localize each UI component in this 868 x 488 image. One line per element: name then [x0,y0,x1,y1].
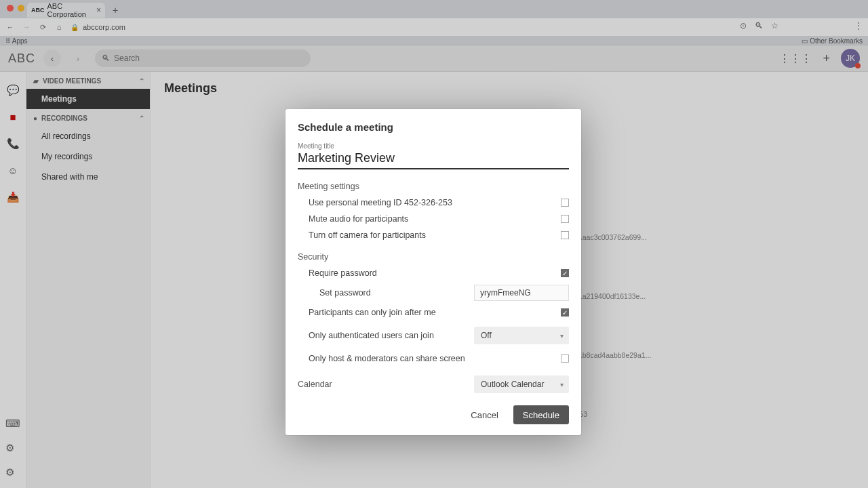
option-turn-off-camera[interactable]: Turn off camera for participants [298,230,569,240]
option-set-password: Set password [298,285,569,301]
option-label: Mute audio for participants [309,214,561,224]
meeting-title-label: Meeting title [298,142,569,150]
schedule-meeting-modal: Schedule a meeting Meeting title Meeting… [285,109,581,435]
calendar-select[interactable]: Outlook Calendar [474,375,569,393]
authenticated-users-select[interactable]: Off [474,327,569,344]
option-label: Participants can only join after me [309,308,561,317]
checkbox[interactable] [561,231,569,239]
checkbox[interactable] [561,215,569,223]
calendar-row: Calendar Outlook Calendar [298,375,569,393]
settings-header: Meeting settings [298,182,569,191]
checkbox[interactable]: ✓ [561,308,569,317]
option-personal-meeting-id[interactable]: Use personal meeting ID 452-326-253 [298,198,569,207]
option-require-password[interactable]: Require password ✓ [298,268,569,278]
cancel-button[interactable]: Cancel [461,405,507,424]
security-header: Security [298,252,569,262]
option-label: Only authenticated users can join [309,331,474,340]
option-label: Only host & moderators can share screen [309,354,561,363]
checkbox[interactable] [561,199,569,207]
checkbox[interactable]: ✓ [561,269,569,277]
option-label: Set password [319,288,474,298]
meeting-title-input[interactable] [298,150,569,169]
option-mute-audio[interactable]: Mute audio for participants [298,214,569,224]
option-share-screen[interactable]: Only host & moderators can share screen [298,354,569,363]
option-label: Turn off camera for participants [309,230,561,240]
checkbox[interactable] [561,354,569,363]
option-authenticated-users: Only authenticated users can join Off [298,327,569,344]
schedule-button[interactable]: Schedule [513,405,569,424]
option-join-after-me[interactable]: Participants can only join after me ✓ [298,308,569,317]
password-input[interactable] [474,285,569,301]
modal-scrim [0,72,151,488]
modal-title: Schedule a meeting [298,121,569,133]
calendar-label: Calendar [298,380,474,389]
option-label: Use personal meeting ID 452-326-253 [309,198,561,207]
modal-scrim [0,0,868,72]
option-label: Require password [309,268,561,278]
